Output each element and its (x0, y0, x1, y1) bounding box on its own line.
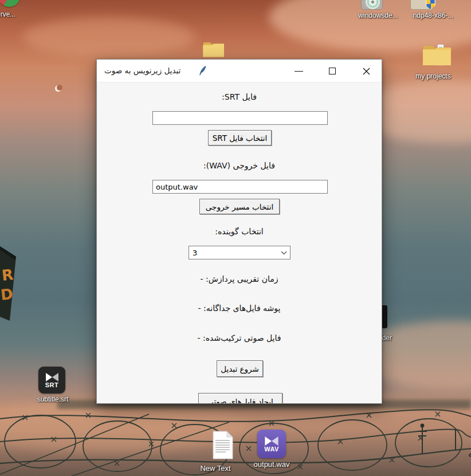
desktop-icon-new-text[interactable]: New Text (189, 431, 242, 475)
start-conversion-button[interactable]: شروع تبدیل (217, 360, 263, 377)
icon-label: output.wav (245, 460, 298, 469)
desktop-icon-my-projects[interactable]: my projects (410, 41, 456, 86)
output-file-input[interactable] (152, 180, 328, 194)
desktop-icon-output-wav[interactable]: WAV output.wav (245, 430, 298, 475)
output-file-label: فایل خروجی (WAV): (97, 161, 382, 170)
app-window: تبدیل زیرنویس به صوت فایل SRT: انتخاب فا… (96, 59, 382, 404)
desktop: R D (0, 0, 471, 476)
speaker-label: انتخاب گوینده: (97, 227, 382, 236)
srt-badge: SRT (45, 381, 59, 388)
cd-disc (366, 0, 380, 9)
icon-label: ndp48-x86-... (405, 11, 462, 19)
maximize-icon (329, 68, 336, 74)
close-button[interactable] (356, 62, 376, 80)
minimize-icon (295, 71, 303, 72)
icon-label: New Text (189, 464, 242, 473)
svg-text:D: D (0, 285, 14, 304)
window-title: تبدیل زیرنویس به صوت (104, 66, 180, 75)
folder-icon-behind-window[interactable] (202, 39, 226, 60)
icon-label: erve... (0, 10, 15, 18)
python-feather-icon (198, 65, 207, 76)
kmplayer-logo (264, 436, 280, 446)
srt-file-input[interactable] (152, 111, 328, 125)
titlebar[interactable]: تبدیل زیرنویس به صوت (97, 60, 382, 82)
chevron-down-icon[interactable] (277, 251, 290, 255)
icon-label: windowsde... (351, 11, 406, 19)
desktop-icon-subtitle-srt[interactable]: SRT subtitle.srt (25, 367, 80, 408)
uac-shield-icon (426, 0, 435, 10)
billboard-sign: R D (0, 241, 23, 332)
text-document-icon (211, 431, 235, 459)
speaker-combobox[interactable]: 3 (189, 246, 291, 259)
select-output-path-button[interactable]: انتخاب مسیر خروجی (199, 199, 280, 214)
separate-files-folder-label: پوشه فایل‌های جداگانه: - (97, 304, 382, 313)
moon (55, 85, 61, 92)
icon-label: subtitle.srt (25, 395, 80, 403)
icon-label-partial: lder (380, 334, 392, 342)
desktop-icon-ndp48[interactable]: ndp48-x86-... (405, 0, 462, 23)
wav-badge: WAV (264, 446, 279, 453)
installer-box-icon (410, 0, 433, 10)
folder-icon (422, 41, 453, 69)
wav-file-icon: WAV (257, 430, 286, 458)
combobox-value: 3 (189, 249, 277, 257)
close-icon (363, 68, 370, 75)
desktop-icon-erve[interactable]: erve... (0, 0, 34, 22)
combined-audio-label: فایل صوتی ترکیب‌شده: - (97, 333, 382, 343)
icon-label: my projects (410, 72, 456, 80)
minimize-button[interactable] (289, 62, 308, 80)
pinwheel-app-icon (0, 0, 20, 7)
desktop-icon-windowsde[interactable]: windowsde... (351, 0, 406, 23)
bottom-partial-button[interactable]: ایجاد فایل‌های صوتی (198, 393, 282, 404)
cloud-streak (23, 17, 195, 57)
select-srt-button[interactable]: انتخاب فایل SRT (208, 130, 272, 145)
srt-file-icon: SRT (38, 367, 65, 394)
kmplayer-logo (45, 372, 60, 382)
svg-text:R: R (1, 266, 14, 284)
srt-file-label: فایل SRT: (97, 92, 382, 101)
installer-disc-icon (361, 0, 383, 10)
maximize-button[interactable] (323, 62, 342, 80)
processing-time-label: زمان تقریبی پردازش: - (97, 274, 382, 284)
